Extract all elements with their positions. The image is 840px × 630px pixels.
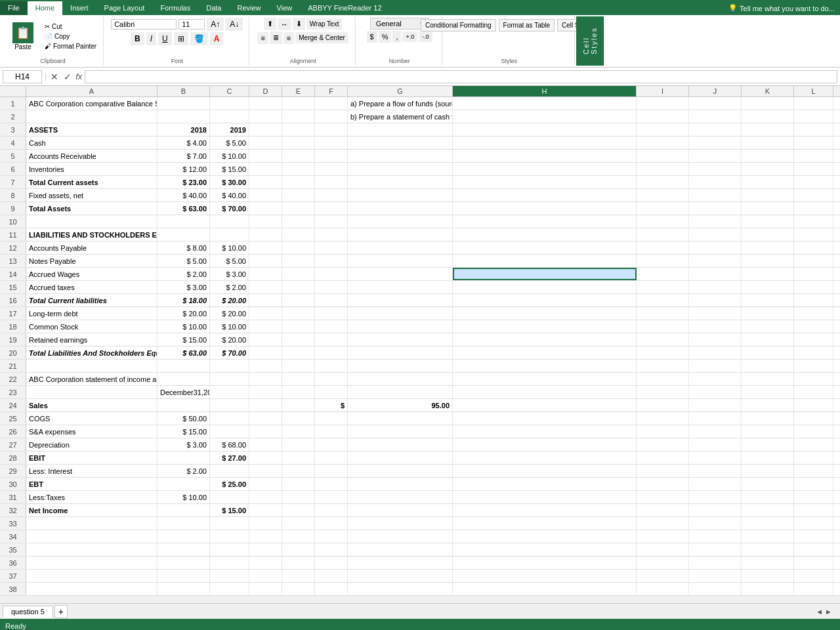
cell-B34[interactable] bbox=[158, 530, 210, 543]
cell-K38[interactable] bbox=[742, 583, 794, 595]
cell-I19[interactable] bbox=[637, 333, 689, 346]
cell-K28[interactable] bbox=[742, 452, 794, 464]
cell-K20[interactable] bbox=[742, 346, 794, 359]
cell-H12[interactable] bbox=[453, 242, 637, 254]
cell-I24[interactable] bbox=[637, 399, 689, 411]
cell-C16[interactable]: $ 20.00 bbox=[210, 294, 249, 306]
cell-E24[interactable] bbox=[282, 399, 315, 411]
cell-F20[interactable] bbox=[315, 346, 348, 359]
cell-I30[interactable] bbox=[637, 478, 689, 490]
confirm-formula-button[interactable]: ✓ bbox=[62, 70, 73, 83]
cell-E38[interactable] bbox=[282, 583, 315, 595]
cell-D2[interactable] bbox=[249, 110, 282, 123]
cell-L34[interactable] bbox=[794, 530, 833, 543]
cell-B4[interactable]: $ 4.00 bbox=[158, 136, 210, 149]
scroll-arrows[interactable]: ◄ ► bbox=[810, 606, 837, 617]
cell-M5[interactable] bbox=[833, 150, 840, 162]
cell-I32[interactable] bbox=[637, 504, 689, 516]
cell-E10[interactable] bbox=[282, 215, 315, 228]
col-header-i[interactable]: I bbox=[637, 86, 689, 96]
cell-D15[interactable] bbox=[249, 281, 282, 293]
cell-E11[interactable] bbox=[282, 228, 315, 241]
cell-E20[interactable] bbox=[282, 346, 315, 359]
cell-E32[interactable] bbox=[282, 504, 315, 516]
cell-K6[interactable] bbox=[742, 163, 794, 175]
cell-H9[interactable] bbox=[453, 202, 637, 215]
cell-F27[interactable] bbox=[315, 438, 348, 451]
cell-A31[interactable]: Less:Taxes bbox=[26, 491, 158, 503]
cell-L30[interactable] bbox=[794, 478, 833, 490]
cell-M30[interactable] bbox=[833, 478, 840, 490]
cell-I34[interactable] bbox=[637, 530, 689, 543]
cell-M9[interactable] bbox=[833, 202, 840, 215]
cell-B29[interactable]: $ 2.00 bbox=[158, 465, 210, 477]
cell-D19[interactable] bbox=[249, 333, 282, 346]
cell-K18[interactable] bbox=[742, 320, 794, 333]
cell-G20[interactable] bbox=[348, 346, 453, 359]
cell-K14[interactable] bbox=[742, 268, 794, 280]
cell-J4[interactable] bbox=[689, 136, 742, 149]
cell-J14[interactable] bbox=[689, 268, 742, 280]
cell-G2[interactable]: b) Prepare a statement of cash flow for … bbox=[348, 110, 453, 123]
cell-M23[interactable] bbox=[833, 386, 840, 398]
cell-K8[interactable] bbox=[742, 189, 794, 201]
cell-A30[interactable]: EBT bbox=[26, 478, 158, 490]
cell-E12[interactable] bbox=[282, 242, 315, 254]
cell-M36[interactable] bbox=[833, 556, 840, 569]
cell-K12[interactable] bbox=[742, 242, 794, 254]
cell-E31[interactable] bbox=[282, 491, 315, 503]
cell-M20[interactable] bbox=[833, 346, 840, 359]
col-header-d[interactable]: D bbox=[249, 86, 282, 96]
font-color-button[interactable]: A bbox=[210, 32, 224, 45]
cell-F25[interactable] bbox=[315, 412, 348, 425]
cell-C14[interactable]: $ 3.00 bbox=[210, 268, 249, 280]
cell-I10[interactable] bbox=[637, 215, 689, 228]
cell-K7[interactable] bbox=[742, 176, 794, 188]
cell-L12[interactable] bbox=[794, 242, 833, 254]
cell-B27[interactable]: $ 3.00 bbox=[158, 438, 210, 451]
cell-B10[interactable] bbox=[158, 215, 210, 228]
cell-B3[interactable]: 2018 bbox=[158, 123, 210, 136]
formula-input[interactable] bbox=[85, 70, 837, 83]
cell-D12[interactable] bbox=[249, 242, 282, 254]
cell-G10[interactable] bbox=[348, 215, 453, 228]
cell-E5[interactable] bbox=[282, 150, 315, 162]
cell-F12[interactable] bbox=[315, 242, 348, 254]
tab-file[interactable]: File bbox=[0, 1, 28, 15]
cell-L17[interactable] bbox=[794, 307, 833, 320]
cell-F7[interactable] bbox=[315, 176, 348, 188]
cell-I33[interactable] bbox=[637, 517, 689, 530]
cell-A8[interactable]: Fixed assets, net bbox=[26, 189, 158, 201]
cell-H37[interactable] bbox=[453, 570, 637, 582]
cell-M12[interactable] bbox=[833, 242, 840, 254]
cell-L26[interactable] bbox=[794, 425, 833, 438]
cell-F4[interactable] bbox=[315, 136, 348, 149]
cell-D7[interactable] bbox=[249, 176, 282, 188]
cell-I35[interactable] bbox=[637, 543, 689, 556]
cell-M14[interactable] bbox=[833, 268, 840, 280]
cell-I14[interactable] bbox=[637, 268, 689, 280]
cell-G26[interactable] bbox=[348, 425, 453, 438]
cell-D37[interactable] bbox=[249, 570, 282, 582]
cell-G32[interactable] bbox=[348, 504, 453, 516]
cell-B15[interactable]: $ 3.00 bbox=[158, 281, 210, 293]
cell-G7[interactable] bbox=[348, 176, 453, 188]
cell-D5[interactable] bbox=[249, 150, 282, 162]
format-as-table-button[interactable]: Format as Table bbox=[499, 19, 555, 32]
cell-F13[interactable] bbox=[315, 255, 348, 267]
cell-K21[interactable] bbox=[742, 360, 794, 372]
decimal-add-button[interactable]: +.0 bbox=[402, 32, 417, 42]
cell-G6[interactable] bbox=[348, 163, 453, 175]
cell-C22[interactable] bbox=[210, 373, 249, 385]
cell-L22[interactable] bbox=[794, 373, 833, 385]
cell-A3[interactable]: ASSETS bbox=[26, 123, 158, 136]
cell-E18[interactable] bbox=[282, 320, 315, 333]
cell-I25[interactable] bbox=[637, 412, 689, 425]
conditional-formatting-button[interactable]: Conditional Formatting bbox=[421, 19, 496, 32]
cell-J30[interactable] bbox=[689, 478, 742, 490]
cell-C1[interactable] bbox=[210, 97, 249, 110]
cell-M21[interactable] bbox=[833, 360, 840, 372]
cell-K37[interactable] bbox=[742, 570, 794, 582]
cell-J34[interactable] bbox=[689, 530, 742, 543]
cell-C20[interactable]: $ 70.00 bbox=[210, 346, 249, 359]
